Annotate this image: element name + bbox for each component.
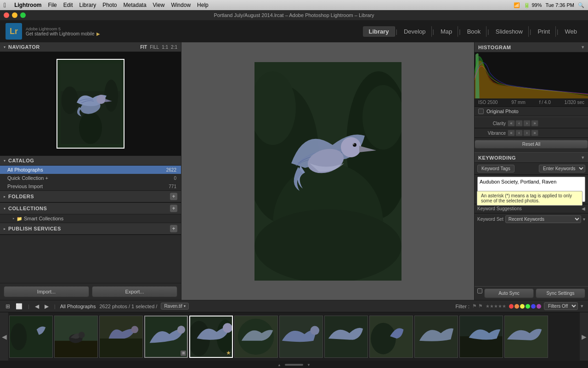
lr-mobile-link[interactable]: Get started with Lightroom mobile ▶ <box>26 31 100 36</box>
module-book[interactable]: Book <box>462 26 487 37</box>
export-button[interactable]: Export... <box>92 286 177 297</box>
clarity-next-next[interactable]: » <box>531 120 538 126</box>
keyword-suggestions-arrow[interactable]: ◀ <box>582 206 585 211</box>
module-web[interactable]: Web <box>560 26 583 37</box>
histogram-collapse[interactable]: ▾ <box>582 44 584 50</box>
keyword-set-select[interactable]: Recent Keywords <box>505 215 581 223</box>
kw-tab-dropdown[interactable]: Enter Keywords <box>539 165 585 172</box>
filmstrip-scroll-up[interactable]: ▲ <box>276 363 283 367</box>
publish-add-button[interactable]: + <box>170 225 177 232</box>
clarity-prev[interactable]: ‹ <box>515 120 523 126</box>
kw-tab-keyword-tags[interactable]: Keyword Tags <box>477 165 514 172</box>
vibrance-prev-prev[interactable]: « <box>508 130 515 136</box>
menu-edit[interactable]: Edit <box>63 2 73 8</box>
import-button[interactable]: Import... <box>4 286 89 297</box>
catalog-header[interactable]: ▾ Catalog <box>0 156 181 166</box>
module-library[interactable]: Library <box>363 26 395 37</box>
nav-1-1[interactable]: 1:1 <box>162 45 168 50</box>
folders-add-button[interactable]: + <box>170 193 177 200</box>
vibrance-row: Vibrance « ‹ › » <box>475 128 588 138</box>
filename-badge[interactable]: Raven.tif ▾ <box>161 303 188 310</box>
clarity-prev-prev[interactable]: « <box>508 120 515 126</box>
menu-help[interactable]: Help <box>197 2 209 8</box>
module-slideshow[interactable]: Slideshow <box>490 26 529 37</box>
filmstrip-prev-arrow[interactable]: ◀ <box>0 312 8 361</box>
catalog-prev-import[interactable]: Previous Import 771 <box>0 182 181 190</box>
maximize-button[interactable] <box>20 12 26 18</box>
navigator-image[interactable] <box>0 52 181 155</box>
menu-photo[interactable]: Photo <box>102 2 117 8</box>
view-grid-button[interactable]: ⊞ <box>5 303 11 310</box>
filter-blue[interactable] <box>531 304 536 309</box>
filmstrip-next-arrow[interactable]: ▶ <box>580 312 588 361</box>
filter-stars[interactable]: ★★★★★ <box>486 304 506 309</box>
original-photo-checkbox[interactable] <box>478 109 484 114</box>
close-button[interactable] <box>4 12 9 18</box>
app-menu-lightroom[interactable]: Lightroom <box>14 2 41 8</box>
film-thumb-4[interactable]: ⊞ <box>144 316 188 358</box>
sync-settings-button[interactable]: Sync Settings <box>536 288 585 298</box>
keyword-set-arrow[interactable]: ▾ <box>583 217 585 222</box>
main-photo-area[interactable] <box>181 42 474 300</box>
catalog-all-photos[interactable]: All Photographs 2622 <box>0 166 181 174</box>
module-map[interactable]: Map <box>435 26 458 37</box>
menu-window[interactable]: Window <box>171 2 191 8</box>
filter-purple[interactable] <box>537 304 541 309</box>
menu-library[interactable]: Library <box>79 2 96 8</box>
keyword-tags-area[interactable]: Audubon Society, Portland, Raven An aste… <box>477 177 585 202</box>
view-loupe-button[interactable]: ⬜ <box>15 303 23 310</box>
filmstrip-scroll-down[interactable]: ▼ <box>305 363 312 367</box>
collections-add-button[interactable]: + <box>170 205 177 212</box>
spotlight-icon[interactable]: 🔍 <box>578 2 584 8</box>
minimize-button[interactable] <box>12 12 17 18</box>
auto-sync-checkbox[interactable] <box>477 288 482 293</box>
film-thumb-2[interactable] <box>54 316 98 358</box>
nav-fit[interactable]: FIT <box>140 45 147 50</box>
film-thumb-8[interactable] <box>324 316 368 358</box>
film-thumb-3[interactable] <box>99 316 143 358</box>
collections-title: Collections <box>8 206 170 211</box>
folders-header[interactable]: ▸ Folders + <box>0 191 181 202</box>
filter-orange[interactable] <box>514 304 519 309</box>
apple-menu[interactable]:  <box>4 1 6 9</box>
publish-header[interactable]: ▸ Publish Services + <box>0 223 181 235</box>
filters-off-select[interactable]: Filters Off <box>544 302 578 310</box>
collections-header[interactable]: ▾ Collections + <box>0 203 181 214</box>
film-thumb-7[interactable] <box>279 316 323 358</box>
menu-view[interactable]: View <box>153 2 165 8</box>
keywording-collapse[interactable]: ▾ <box>582 155 584 161</box>
nav-2-1[interactable]: 2:1 <box>171 45 177 50</box>
keywording-header[interactable]: Keywording ▾ <box>475 152 588 163</box>
filter-flags[interactable]: ⚑ ⚑ <box>472 303 483 309</box>
clarity-next[interactable]: › <box>523 120 531 126</box>
film-thumb-6[interactable] <box>234 316 278 358</box>
vibrance-next-next[interactable]: » <box>531 130 538 136</box>
film-thumb-1[interactable] <box>9 316 53 358</box>
filter-yellow[interactable] <box>520 304 525 309</box>
filter-green[interactable] <box>526 304 530 309</box>
film-thumb-12[interactable] <box>504 316 548 358</box>
smart-collections-item[interactable]: ▸ 📁 Smart Collections <box>0 214 181 223</box>
nav-prev-button[interactable]: ◀ <box>34 303 40 310</box>
module-develop[interactable]: Develop <box>398 26 432 37</box>
catalog-quick-collection[interactable]: Quick Collection + 0 <box>0 174 181 182</box>
navigator-header[interactable]: ▾ Navigator FIT FILL 1:1 2:1 <box>0 42 181 52</box>
film-thumb-9[interactable] <box>369 316 413 358</box>
vibrance-next[interactable]: › <box>523 130 531 136</box>
film-thumb-10[interactable] <box>414 316 458 358</box>
filter-options[interactable]: ▾ <box>581 303 583 309</box>
film-thumb-11[interactable] <box>459 316 503 358</box>
menu-metadata[interactable]: Metadata <box>124 2 147 8</box>
histogram-header[interactable]: Histogram ▾ <box>475 42 588 52</box>
module-print[interactable]: Print <box>532 26 556 37</box>
reset-all-button[interactable]: Reset All <box>475 140 588 149</box>
auto-sync-button[interactable]: Auto Sync <box>484 288 534 298</box>
nav-fill[interactable]: FILL <box>150 45 159 50</box>
filmstrip-scrollbar[interactable] <box>285 364 303 366</box>
header: Lr Adobe Lightroom 5 Get started with Li… <box>0 20 588 42</box>
nav-next-button[interactable]: ▶ <box>44 303 50 310</box>
menu-file[interactable]: File <box>48 2 57 8</box>
filter-red[interactable] <box>509 304 514 309</box>
vibrance-prev[interactable]: ‹ <box>515 130 523 136</box>
film-thumb-5[interactable]: ★ <box>189 316 233 358</box>
